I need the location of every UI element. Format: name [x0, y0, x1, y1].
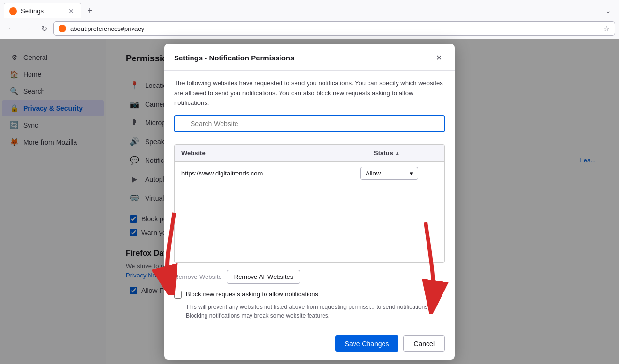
refresh-button[interactable]: ↻ [37, 21, 51, 36]
new-tab-button[interactable]: + [83, 4, 97, 17]
modal-footer-buttons: Remove Website Remove All Websites [174, 270, 445, 284]
website-cell: https://www.digitaltrends.com [181, 170, 360, 177]
active-tab[interactable]: Settings ✕ [4, 3, 81, 18]
table-header: Website Status ▲ [175, 145, 444, 162]
title-bar: Settings ✕ + ⌄ [0, 0, 619, 18]
website-table: Website Status ▲ https://www.digitaltren… [174, 144, 445, 263]
modal-action-buttons: Save Changes Cancel [164, 335, 455, 360]
settings-page: ⚙ General 🏠 Home 🔍 Search 🔒 Privacy & Se… [0, 39, 619, 364]
modal-close-button[interactable]: ✕ [432, 52, 445, 64]
address-text: about:preferences#privacy [70, 25, 599, 32]
search-wrapper [174, 115, 445, 138]
forward-button[interactable]: → [20, 21, 35, 36]
modal-body: The following websites have requested to… [164, 71, 455, 335]
modal-overlay: Settings - Notification Permissions ✕ Th… [0, 39, 619, 364]
cancel-button[interactable]: Cancel [403, 335, 445, 352]
tab-favicon [9, 7, 17, 15]
status-dropdown[interactable]: Allow ▾ [360, 167, 418, 180]
modal-description: The following websites have requested to… [174, 78, 445, 108]
save-changes-button[interactable]: Save Changes [335, 335, 399, 352]
tab-list-button[interactable]: ⌄ [602, 4, 615, 17]
block-checkbox-label: Block new requests asking to allow notif… [186, 291, 318, 298]
tab-close-button[interactable]: ✕ [66, 6, 76, 16]
status-cell: Allow ▾ [360, 167, 438, 180]
remove-website-button[interactable]: Remove Website [174, 270, 222, 284]
table-empty-area [175, 185, 444, 262]
block-description: This will prevent any websites not liste… [186, 303, 445, 320]
firefox-icon [59, 25, 66, 32]
block-checkbox-row: Block new requests asking to allow notif… [174, 291, 445, 299]
notification-permissions-modal: Settings - Notification Permissions ✕ Th… [164, 44, 455, 360]
table-row[interactable]: https://www.digitaltrends.com Allow ▾ [175, 162, 444, 185]
modal-title: Settings - Notification Permissions [174, 54, 294, 62]
col-website-header: Website [175, 145, 367, 161]
search-website-input[interactable] [174, 115, 445, 132]
remove-all-websites-button[interactable]: Remove All Websites [227, 270, 301, 284]
navigation-bar: ← → ↻ about:preferences#privacy ☆ [0, 18, 619, 39]
sort-icon[interactable]: ▲ [395, 150, 400, 156]
col-status-header: Status ▲ [367, 145, 444, 161]
block-new-requests-checkbox[interactable] [174, 291, 182, 299]
modal-header: Settings - Notification Permissions ✕ [164, 44, 455, 71]
back-button[interactable]: ← [4, 21, 18, 36]
dropdown-chevron-icon: ▾ [410, 170, 413, 177]
browser-chrome: Settings ✕ + ⌄ ← → ↻ about:preferences#p… [0, 0, 619, 39]
address-bar[interactable]: about:preferences#privacy ☆ [53, 21, 615, 36]
bookmark-star-icon[interactable]: ☆ [603, 24, 610, 33]
tab-title: Settings [21, 7, 62, 15]
